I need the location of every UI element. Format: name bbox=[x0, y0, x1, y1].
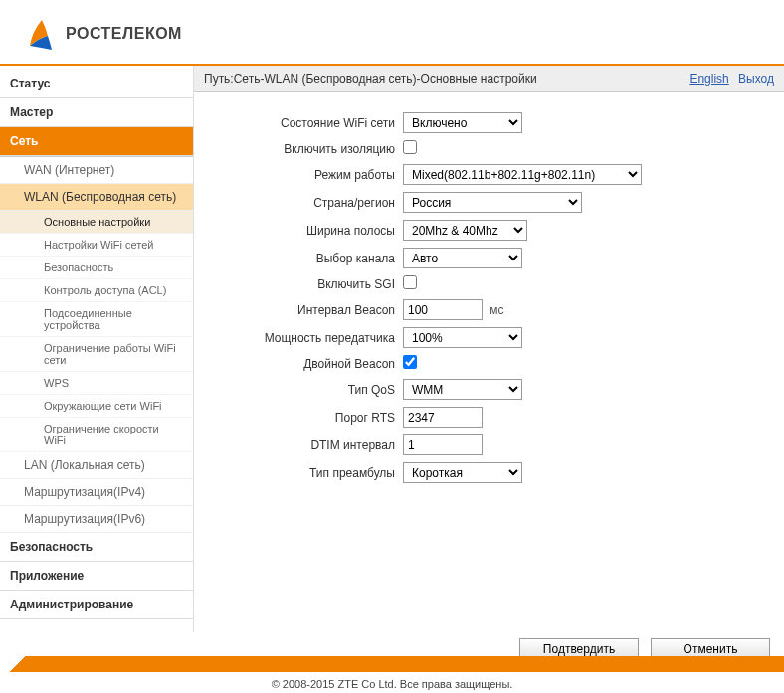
label-channel: Выбор канала bbox=[194, 252, 403, 265]
input-rts[interactable] bbox=[403, 407, 483, 428]
rostelecom-logo-icon bbox=[26, 14, 58, 54]
link-english[interactable]: English bbox=[689, 72, 728, 86]
label-preamble: Тип преамбулы bbox=[194, 466, 403, 480]
label-beacon: Интервал Beacon bbox=[194, 303, 403, 317]
nav-wlan-speed[interactable]: Ограничение скорости WiFi bbox=[0, 418, 193, 452]
label-qos: Тип QoS bbox=[194, 383, 403, 397]
select-state[interactable]: Включено bbox=[403, 112, 522, 133]
nav-wlan-assoc[interactable]: Подсоединенные устройства bbox=[0, 302, 193, 337]
checkbox-isolate[interactable] bbox=[403, 140, 417, 154]
link-logout[interactable]: Выход bbox=[738, 72, 774, 86]
sidebar: Статус Мастер Сеть WAN (Интернет) WLAN (… bbox=[0, 66, 194, 632]
nav-wan[interactable]: WAN (Интернет) bbox=[0, 157, 193, 184]
nav-route4[interactable]: Маршрутизация(IPv4) bbox=[0, 479, 193, 506]
label-bandwidth: Ширина полосы bbox=[194, 224, 403, 238]
label-mode: Режим работы bbox=[194, 168, 403, 182]
label-power: Мощность передатчика bbox=[194, 331, 403, 345]
nav-wlan-ssid[interactable]: Настройки WiFi сетей bbox=[0, 234, 193, 257]
nav-wizard[interactable]: Мастер bbox=[0, 98, 193, 127]
nav-wlan-wps[interactable]: WPS bbox=[0, 372, 193, 395]
label-country: Страна/регион bbox=[194, 196, 403, 210]
nav-wlan-basic[interactable]: Основные настройки bbox=[0, 211, 193, 234]
nav-wlan-security[interactable]: Безопасность bbox=[0, 257, 193, 279]
nav-wlan-acl[interactable]: Контроль доступа (ACL) bbox=[0, 279, 193, 302]
label-state: Состояние WiFi сети bbox=[194, 116, 403, 130]
select-power[interactable]: 100% bbox=[403, 327, 522, 348]
select-qos[interactable]: WMM bbox=[403, 379, 522, 400]
input-dtim[interactable] bbox=[403, 434, 483, 455]
footer-stripe bbox=[0, 656, 784, 672]
nav-network[interactable]: Сеть bbox=[0, 127, 193, 156]
form-area: Состояние WiFi сети Включено Включить из… bbox=[194, 92, 784, 510]
breadcrumb: Путь:Сеть-WLAN (Беспроводная сеть)-Основ… bbox=[204, 72, 537, 86]
select-bandwidth[interactable]: 20Mhz & 40Mhz bbox=[403, 220, 527, 241]
select-preamble[interactable]: Короткая bbox=[403, 462, 522, 483]
copyright: © 2008-2015 ZTE Co Ltd. Все права защище… bbox=[0, 672, 784, 693]
label-isolate: Включить изоляцию bbox=[194, 142, 403, 156]
unit-beacon: мс bbox=[490, 303, 503, 317]
checkbox-sgi[interactable] bbox=[403, 275, 417, 289]
label-sgi: Включить SGI bbox=[194, 277, 403, 291]
nav-lan[interactable]: LAN (Локальная сеть) bbox=[0, 452, 193, 479]
footer-bar: Подтвердить Отменить bbox=[0, 632, 784, 672]
select-channel[interactable]: Авто bbox=[403, 248, 522, 268]
nav-wlan-neighbor[interactable]: Окружающие сети WiFi bbox=[0, 395, 193, 418]
header: РОСТЕЛЕКОМ bbox=[0, 0, 784, 66]
nav-admin[interactable]: Администрирование bbox=[0, 591, 193, 619]
input-beacon[interactable] bbox=[403, 299, 483, 320]
nav-app[interactable]: Приложение bbox=[0, 562, 193, 591]
nav-security[interactable]: Безопасность bbox=[0, 533, 193, 562]
label-double-beacon: Двойной Beacon bbox=[194, 357, 403, 371]
nav-route6[interactable]: Маршрутизация(IPv6) bbox=[0, 506, 193, 533]
brand-text: РОСТЕЛЕКОМ bbox=[66, 25, 182, 43]
label-rts: Порог RTS bbox=[194, 411, 403, 425]
nav-status[interactable]: Статус bbox=[0, 70, 193, 98]
select-mode[interactable]: Mixed(802.11b+802.11g+802.11n) bbox=[403, 164, 642, 185]
checkbox-double-beacon[interactable] bbox=[403, 355, 417, 369]
label-dtim: DTIM интервал bbox=[194, 438, 403, 452]
nav-wlan-limit[interactable]: Ограничение работы WiFi сети bbox=[0, 337, 193, 372]
select-country[interactable]: Россия bbox=[403, 192, 582, 213]
nav-wlan[interactable]: WLAN (Беспроводная сеть) bbox=[0, 184, 193, 211]
